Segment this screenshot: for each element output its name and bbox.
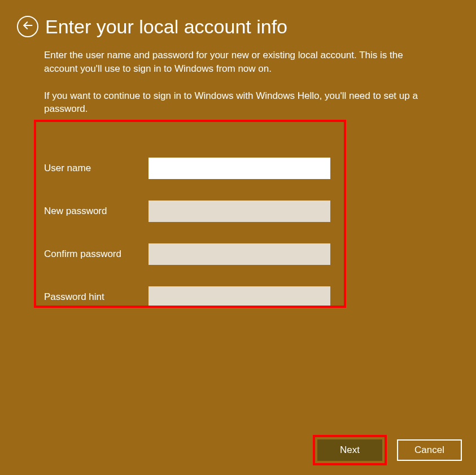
- back-button[interactable]: [17, 16, 38, 37]
- username-input[interactable]: [149, 158, 330, 179]
- password-hint-input[interactable]: [149, 286, 330, 308]
- confirm-password-label: Confirm password: [44, 249, 149, 260]
- username-row: User name: [44, 158, 476, 179]
- button-bar: Next Cancel: [317, 439, 462, 461]
- confirm-password-input[interactable]: [149, 243, 330, 265]
- new-password-input[interactable]: [149, 201, 330, 222]
- next-button-wrapper: Next: [317, 439, 382, 461]
- next-button[interactable]: Next: [317, 439, 382, 461]
- description-paragraph-2: If you want to continue to sign in to Wi…: [44, 89, 425, 116]
- arrow-left-icon: [22, 20, 33, 33]
- form-container: User name New password Confirm password …: [0, 129, 476, 308]
- password-hint-row: Password hint: [44, 286, 476, 308]
- header: Enter your local account info: [0, 0, 476, 43]
- username-label: User name: [44, 163, 149, 174]
- description-block: Enter the user name and password for you…: [0, 43, 452, 116]
- description-paragraph-1: Enter the user name and password for you…: [44, 49, 425, 76]
- password-hint-label: Password hint: [44, 291, 149, 303]
- cancel-button[interactable]: Cancel: [397, 439, 462, 461]
- new-password-label: New password: [44, 206, 149, 217]
- confirm-password-row: Confirm password: [44, 243, 476, 265]
- page-title: Enter your local account info: [45, 17, 287, 36]
- new-password-row: New password: [44, 201, 476, 222]
